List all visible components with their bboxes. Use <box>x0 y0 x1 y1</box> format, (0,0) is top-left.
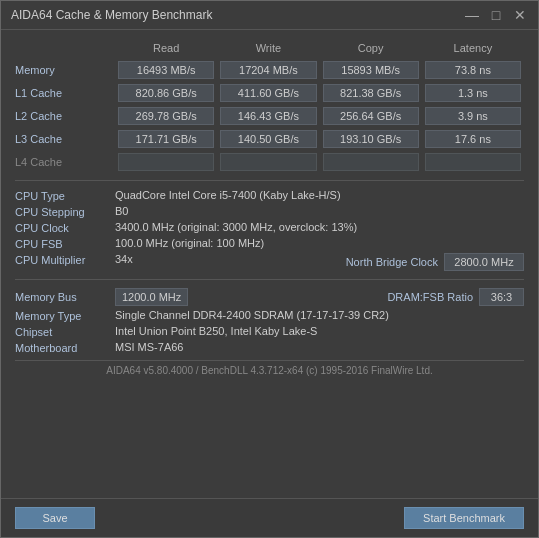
header-write: Write <box>217 40 319 56</box>
memory-latency-value: 73.8 ns <box>425 61 521 79</box>
title-bar: AIDA64 Cache & Memory Benchmark — □ ✕ <box>1 1 538 30</box>
chipset-label: Chipset <box>15 325 115 338</box>
nb-clock-value: 2800.0 MHz <box>444 253 524 271</box>
l3-copy-value: 193.10 GB/s <box>323 130 419 148</box>
motherboard-row: Motherboard MSI MS-7A66 <box>15 341 524 354</box>
memory-copy-cell: 15893 MB/s <box>323 61 419 79</box>
memory-type-row: Memory Type Single Channel DDR4-2400 SDR… <box>15 309 524 322</box>
memory-bus-row: Memory Bus 1200.0 MHz DRAM:FSB Ratio 36:… <box>15 288 524 306</box>
l1-label: L1 Cache <box>15 85 115 101</box>
divider-1 <box>15 180 524 181</box>
memory-bus-left: Memory Bus 1200.0 MHz <box>15 288 377 306</box>
divider-2 <box>15 279 524 280</box>
table-header-row: Read Write Copy Latency <box>15 40 524 56</box>
table-row: L2 Cache 269.78 GB/s 146.43 GB/s 256.64 … <box>15 106 524 126</box>
window-title: AIDA64 Cache & Memory Benchmark <box>11 8 212 22</box>
cpu-fsb-label: CPU FSB <box>15 237 115 250</box>
main-content: Read Write Copy Latency Memory 16493 MB/… <box>1 30 538 498</box>
memory-write-cell: 17204 MB/s <box>220 61 316 79</box>
nb-clock-label: North Bridge Clock <box>346 256 438 268</box>
memory-read-value: 16493 MB/s <box>118 61 214 79</box>
l3-read-cell: 171.71 GB/s <box>118 130 214 148</box>
l4-write-cell <box>220 153 316 171</box>
l1-write-value: 411.60 GB/s <box>220 84 316 102</box>
l4-latency-cell <box>425 153 521 171</box>
cpu-multiplier-left: CPU Multiplier 34x <box>15 253 346 271</box>
l1-read-value: 820.86 GB/s <box>118 84 214 102</box>
l4-latency-value <box>425 153 521 171</box>
l2-copy-value: 256.64 GB/s <box>323 107 419 125</box>
l4-copy-cell <box>323 153 419 171</box>
l3-write-cell: 140.50 GB/s <box>220 130 316 148</box>
l2-write-cell: 146.43 GB/s <box>220 107 316 125</box>
l1-latency-cell: 1.3 ns <box>425 84 521 102</box>
window-controls: — □ ✕ <box>464 7 528 23</box>
header-copy: Copy <box>320 40 422 56</box>
benchmark-table: Read Write Copy Latency Memory 16493 MB/… <box>15 40 524 172</box>
l2-latency-value: 3.9 ns <box>425 107 521 125</box>
memory-type-label: Memory Type <box>15 309 115 322</box>
l2-write-value: 146.43 GB/s <box>220 107 316 125</box>
l4-read-value <box>118 153 214 171</box>
memory-dram-fsb-right: DRAM:FSB Ratio 36:3 <box>387 288 524 306</box>
cpu-type-label: CPU Type <box>15 189 115 202</box>
main-window: AIDA64 Cache & Memory Benchmark — □ ✕ Re… <box>0 0 539 538</box>
memory-copy-value: 15893 MB/s <box>323 61 419 79</box>
save-button[interactable]: Save <box>15 507 95 529</box>
cpu-type-value: QuadCore Intel Core i5-7400 (Kaby Lake-H… <box>115 189 524 201</box>
memory-latency-cell: 73.8 ns <box>425 61 521 79</box>
l1-copy-value: 821.38 GB/s <box>323 84 419 102</box>
l4-copy-value <box>323 153 419 171</box>
motherboard-label: Motherboard <box>15 341 115 354</box>
dram-fsb-value: 36:3 <box>479 288 524 306</box>
l1-latency-value: 1.3 ns <box>425 84 521 102</box>
chipset-row: Chipset Intel Union Point B250, Intel Ka… <box>15 325 524 338</box>
cpu-stepping-value: B0 <box>115 205 524 217</box>
memory-bus-label: Memory Bus <box>15 291 115 303</box>
l2-copy-cell: 256.64 GB/s <box>323 107 419 125</box>
header-label <box>15 40 115 56</box>
memory-write-value: 17204 MB/s <box>220 61 316 79</box>
cpu-stepping-label: CPU Stepping <box>15 205 115 218</box>
l2-latency-cell: 3.9 ns <box>425 107 521 125</box>
table-row: L3 Cache 171.71 GB/s 140.50 GB/s 193.10 … <box>15 129 524 149</box>
cpu-multiplier-row: CPU Multiplier 34x North Bridge Clock 28… <box>15 253 524 271</box>
l4-read-cell <box>118 153 214 171</box>
header-latency: Latency <box>422 40 524 56</box>
memory-bus-value: 1200.0 MHz <box>115 288 188 306</box>
motherboard-value: MSI MS-7A66 <box>115 341 524 353</box>
cpu-type-row: CPU Type QuadCore Intel Core i5-7400 (Ka… <box>15 189 524 202</box>
close-button[interactable]: ✕ <box>512 7 528 23</box>
l1-copy-cell: 821.38 GB/s <box>323 84 419 102</box>
cpu-stepping-row: CPU Stepping B0 <box>15 205 524 218</box>
cpu-clock-label: CPU Clock <box>15 221 115 234</box>
bottom-bar: Save Start Benchmark <box>1 498 538 537</box>
l3-label: L3 Cache <box>15 131 115 147</box>
memory-read-cell: 16493 MB/s <box>118 61 214 79</box>
table-row: L1 Cache 820.86 GB/s 411.60 GB/s 821.38 … <box>15 83 524 103</box>
start-benchmark-button[interactable]: Start Benchmark <box>404 507 524 529</box>
cpu-multiplier-label: CPU Multiplier <box>15 253 115 271</box>
dram-fsb-label: DRAM:FSB Ratio <box>387 291 473 303</box>
nb-clock-right: North Bridge Clock 2800.0 MHz <box>346 253 524 271</box>
l2-read-cell: 269.78 GB/s <box>118 107 214 125</box>
cpu-fsb-value: 100.0 MHz (original: 100 MHz) <box>115 237 524 249</box>
chipset-value: Intel Union Point B250, Intel Kaby Lake-… <box>115 325 524 337</box>
cpu-fsb-row: CPU FSB 100.0 MHz (original: 100 MHz) <box>15 237 524 250</box>
memory-label: Memory <box>15 62 115 78</box>
table-row: L4 Cache <box>15 152 524 172</box>
l1-write-cell: 411.60 GB/s <box>220 84 316 102</box>
footer-info: AIDA64 v5.80.4000 / BenchDLL 4.3.712-x64… <box>15 360 524 380</box>
table-row: Memory 16493 MB/s 17204 MB/s 15893 MB/s … <box>15 60 524 80</box>
cpu-clock-row: CPU Clock 3400.0 MHz (original: 3000 MHz… <box>15 221 524 234</box>
l3-latency-value: 17.6 ns <box>425 130 521 148</box>
minimize-button[interactable]: — <box>464 7 480 23</box>
cpu-multiplier-value: 34x <box>115 253 346 271</box>
l3-read-value: 171.71 GB/s <box>118 130 214 148</box>
l4-write-value <box>220 153 316 171</box>
header-read: Read <box>115 40 217 56</box>
cpu-clock-value: 3400.0 MHz (original: 3000 MHz, overcloc… <box>115 221 524 233</box>
l4-label: L4 Cache <box>15 154 115 170</box>
maximize-button[interactable]: □ <box>488 7 504 23</box>
l2-label: L2 Cache <box>15 108 115 124</box>
